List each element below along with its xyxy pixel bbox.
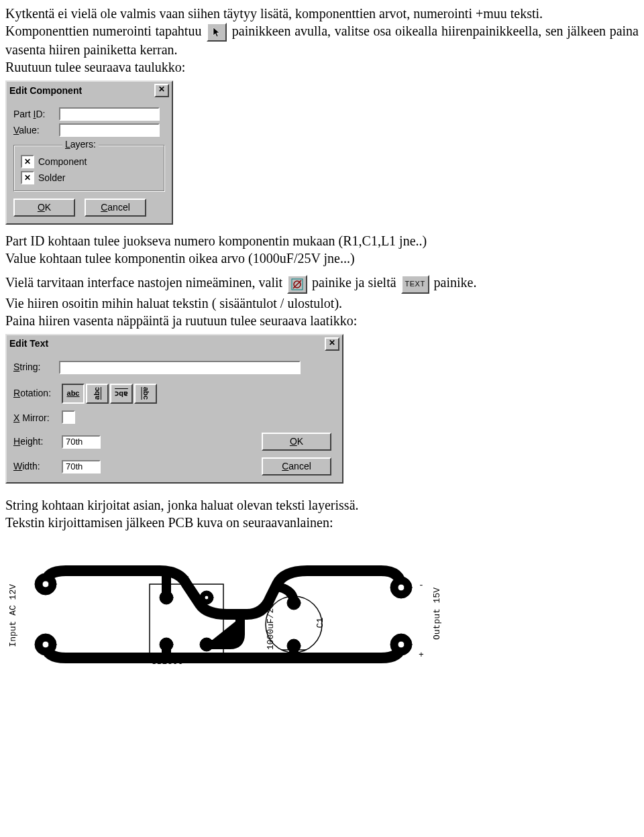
pcb-input-label: Input AC 12V	[8, 584, 19, 647]
rotation-180-button[interactable]: ɔqɐ	[110, 384, 133, 404]
close-icon[interactable]: ✕	[325, 337, 339, 351]
height-label: Height:	[13, 436, 62, 447]
solder-checkbox[interactable]: ✕ Solder	[21, 171, 65, 184]
svg-point-9	[42, 641, 49, 648]
rotation-270-button[interactable]: abc	[134, 384, 157, 404]
cancel-button[interactable]: Cancel	[262, 457, 331, 476]
paragraph: Tekstin kirjoittamisen jälkeen PCB kuva …	[5, 514, 639, 531]
rotation-label: Rotation:	[13, 388, 62, 399]
pcb-cap-label: 1000uF/25V	[266, 598, 276, 650]
close-icon[interactable]: ✕	[154, 84, 169, 97]
pcb-sb-label: SB2506	[152, 657, 183, 667]
text: Komponenttien numerointi tapahtuu	[5, 23, 201, 38]
via-tool-icon[interactable]	[287, 275, 307, 294]
text: Vielä tarvitaan interface nastojen nimeä…	[5, 275, 282, 290]
svg-point-13	[398, 641, 405, 648]
xmirror-label: X Mirror:	[13, 412, 62, 424]
pcb-c1-label: C1	[315, 618, 326, 628]
pcb-plus-label: +	[419, 650, 424, 661]
part-id-label: Part ID:	[13, 109, 59, 120]
svg-point-17	[205, 596, 209, 600]
ok-button[interactable]: OK	[262, 433, 331, 451]
component-checkbox[interactable]: ✕ Component	[21, 155, 87, 168]
checkbox-icon: ✕	[21, 155, 34, 168]
paragraph: String kohtaan kirjoitat asian, jonka ha…	[5, 497, 639, 513]
value-label: Value:	[13, 125, 59, 136]
checkbox-label: Component	[38, 156, 87, 168]
width-label: Width:	[13, 461, 62, 472]
paragraph: Vielä tarvitaan interface nastojen nimeä…	[5, 274, 639, 293]
rotation-90-button[interactable]: abc	[86, 384, 109, 404]
dialog-titlebar: Edit Component ✕	[7, 82, 172, 99]
dialog-title: Edit Text	[9, 338, 48, 349]
rotation-buttons: abc abc ɔqɐ abc	[62, 384, 162, 404]
group-label: Layers:	[62, 139, 99, 150]
edit-text-dialog: Edit Text ✕ String: Rotation: abc abc ɔq…	[5, 334, 343, 484]
pcb-d1-label: D1	[180, 575, 191, 585]
cancel-button[interactable]: Cancel	[85, 199, 146, 217]
dialog-titlebar: Edit Text ✕	[7, 335, 342, 353]
part-id-input[interactable]	[59, 107, 160, 121]
paragraph: Value kohtaan tulee komponentin oikea ar…	[5, 250, 639, 266]
xmirror-checkbox[interactable]	[62, 410, 75, 424]
value-input[interactable]	[59, 123, 160, 137]
paragraph: Komponenttien numerointi tapahtuu painik…	[5, 23, 639, 58]
paragraph: Ruutuun tulee seuraava taulukko:	[5, 59, 639, 75]
string-input[interactable]	[59, 361, 301, 374]
checkbox-icon: ✕	[21, 171, 34, 184]
pcb-minus-label: -	[419, 580, 424, 591]
pcb-diagram: Input AC 12V Output 15V D1 SB2506 1000uF…	[5, 551, 475, 665]
string-label: String:	[13, 361, 59, 373]
width-input[interactable]: 70th	[62, 460, 101, 473]
layers-group: Layers: ✕ Component ✕ Solder	[13, 145, 165, 192]
ok-button[interactable]: OK	[13, 199, 75, 217]
rotation-0-button[interactable]: abc	[62, 384, 85, 404]
svg-line-2	[293, 280, 301, 288]
dialog-title: Edit Component	[9, 85, 82, 97]
pcb-output-label: Output 15V	[432, 588, 443, 640]
checkbox-label: Solder	[38, 172, 65, 184]
text-tool-icon[interactable]: TEXT	[401, 275, 429, 294]
paragraph: Vie hiiren osoitin mihin haluat tekstin …	[5, 295, 639, 311]
paragraph: Paina hiiren vasenta näppäintä ja ruutuu…	[5, 313, 639, 329]
svg-point-7	[42, 581, 49, 588]
cursor-tool-icon[interactable]	[207, 23, 227, 42]
text: painike ja sieltä	[312, 275, 396, 290]
edit-component-dialog: Edit Component ✕ Part ID: Value: Layers:…	[5, 80, 173, 225]
svg-point-11	[398, 584, 405, 591]
text: painike.	[434, 275, 477, 290]
height-input[interactable]: 70th	[62, 435, 101, 449]
paragraph: Kytkentä ei vielä ole valmis vaan siihen…	[5, 5, 639, 21]
paragraph: Part ID kohtaan tulee juokseva numero ko…	[5, 233, 639, 249]
